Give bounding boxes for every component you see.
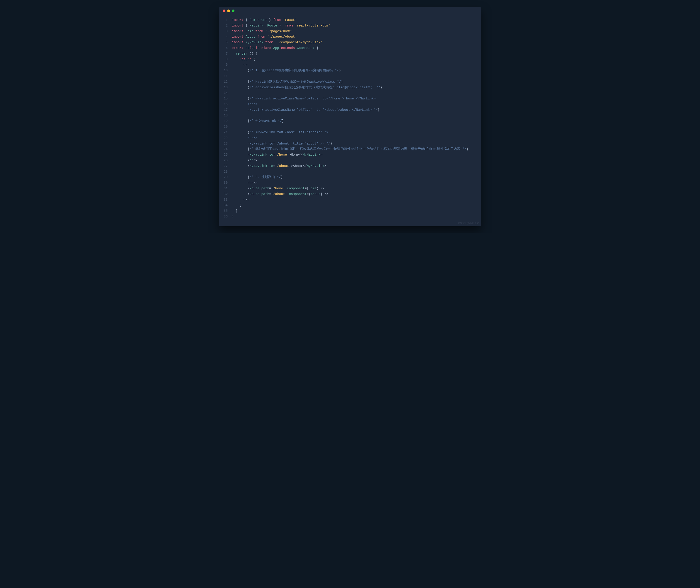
line-content: {/* activeClassName自定义选择项样式（此样式写在public的… bbox=[232, 85, 481, 90]
line-content: return ( bbox=[232, 57, 481, 62]
line-number: 17 bbox=[219, 107, 232, 113]
line-number: 25 bbox=[219, 152, 232, 158]
line-content bbox=[232, 113, 481, 118]
line-content: import Home from './pages/Home' bbox=[232, 29, 481, 34]
line-number: 12 bbox=[219, 79, 232, 85]
code-line: 31 <Route path='/home' component={Home} … bbox=[219, 186, 481, 191]
code-line: 21 {/* <MyNavLink to='/home' title='home… bbox=[219, 130, 481, 135]
code-line: 23 <MyNavLink to='/about' title='about' … bbox=[219, 141, 481, 147]
line-number: 19 bbox=[219, 118, 232, 124]
code-line: 28 bbox=[219, 169, 481, 175]
line-content: } bbox=[232, 208, 481, 214]
line-content bbox=[232, 169, 481, 175]
watermark: CSDN @小开发者 bbox=[458, 222, 480, 225]
line-number: 26 bbox=[219, 158, 232, 163]
line-number: 30 bbox=[219, 180, 232, 186]
code-line: 13 {/* activeClassName自定义选择项样式（此样式写在publ… bbox=[219, 85, 481, 90]
code-area[interactable]: 1import { Component } from 'react'2impor… bbox=[219, 15, 481, 222]
code-line: 12 {/* NavLink默认给选中项添加一个值为active的class *… bbox=[219, 79, 481, 85]
line-number: 31 bbox=[219, 186, 232, 191]
line-content: import { Component } from 'react' bbox=[232, 17, 481, 23]
editor-window: 1import { Component } from 'react'2impor… bbox=[219, 7, 481, 226]
line-content: {/* 封装navLink */} bbox=[232, 118, 481, 124]
line-number: 16 bbox=[219, 101, 232, 107]
line-number: 23 bbox=[219, 141, 232, 147]
line-content: <br/> bbox=[232, 135, 481, 141]
line-content: export default class App extends Compone… bbox=[232, 45, 481, 51]
line-number: 35 bbox=[219, 208, 232, 214]
code-line: 15 {/* <NavLink activeClassName="okTive"… bbox=[219, 96, 481, 101]
code-line: 32 <Route path='/about' component={About… bbox=[219, 191, 481, 197]
line-content: {/* 1. 在react中靠路由实现切换组件--编写路由链接 */} bbox=[232, 68, 481, 73]
code-line: 16 <br/> bbox=[219, 101, 481, 107]
line-number: 14 bbox=[219, 90, 232, 96]
line-number: 18 bbox=[219, 113, 232, 118]
code-line: 17 <NavLink activeClassName="okTive" to=… bbox=[219, 107, 481, 113]
line-number: 34 bbox=[219, 202, 232, 208]
line-number: 10 bbox=[219, 68, 232, 73]
line-content: import MyNavLink from './components/MyNa… bbox=[232, 40, 481, 45]
line-number: 8 bbox=[219, 57, 232, 62]
code-line: 6export default class App extends Compon… bbox=[219, 45, 481, 51]
code-line: 9 <> bbox=[219, 62, 481, 68]
line-content: <Route path='/home' component={Home} /> bbox=[232, 186, 481, 191]
code-line: 34 ) bbox=[219, 202, 481, 208]
line-number: 33 bbox=[219, 197, 232, 203]
line-number: 3 bbox=[219, 29, 232, 34]
line-content: {/* NavLink默认给选中项添加一个值为active的class */} bbox=[232, 79, 481, 85]
code-line: 26 <br/> bbox=[219, 158, 481, 163]
line-number: 24 bbox=[219, 146, 232, 152]
line-number: 6 bbox=[219, 45, 232, 51]
line-number: 21 bbox=[219, 130, 232, 135]
window-titlebar bbox=[219, 7, 481, 15]
line-content: {/* 2. 注册路由 */} bbox=[232, 174, 481, 180]
minimize-icon[interactable] bbox=[227, 10, 230, 12]
line-number: 13 bbox=[219, 85, 232, 90]
code-line: 24 {/* 此处借用了NavLink的属性，标签体内容会作为一个特殊的属性ch… bbox=[219, 146, 481, 152]
line-content: {/* 此处借用了NavLink的属性，标签体内容会作为一个特殊的属性child… bbox=[232, 146, 481, 152]
line-content: <Route path='/about' component={About} /… bbox=[232, 191, 481, 197]
line-content: } bbox=[232, 214, 481, 219]
line-number: 22 bbox=[219, 135, 232, 141]
code-line: 19 {/* 封装navLink */} bbox=[219, 118, 481, 124]
line-content: import About from './pages/About' bbox=[232, 34, 481, 40]
code-line: 22 <br/> bbox=[219, 135, 481, 141]
code-line: 14 bbox=[219, 90, 481, 96]
line-content: import { NavLink, Route } from 'react-ro… bbox=[232, 23, 481, 29]
line-number: 32 bbox=[219, 191, 232, 197]
line-content bbox=[232, 124, 481, 130]
line-number: 36 bbox=[219, 214, 232, 219]
line-number: 5 bbox=[219, 40, 232, 45]
line-number: 9 bbox=[219, 62, 232, 68]
line-number: 20 bbox=[219, 124, 232, 130]
code-line: 18 bbox=[219, 113, 481, 118]
line-number: 4 bbox=[219, 34, 232, 40]
line-content bbox=[232, 90, 481, 96]
line-number: 1 bbox=[219, 17, 232, 23]
code-line: 10 {/* 1. 在react中靠路由实现切换组件--编写路由链接 */} bbox=[219, 68, 481, 73]
line-number: 28 bbox=[219, 169, 232, 175]
code-line: 36} bbox=[219, 214, 481, 219]
line-content: <MyNavLink to='/about' title='about' /> … bbox=[232, 141, 481, 147]
code-line: 33 </> bbox=[219, 197, 481, 203]
line-content: {/* <MyNavLink to='/home' title='home' /… bbox=[232, 130, 481, 135]
code-line: 35 } bbox=[219, 208, 481, 214]
line-content: <MyNavLink to='/home'>Home</MyNavLink> bbox=[232, 152, 481, 158]
line-content: <MyNavLink to='/about'>About</MyNavLink> bbox=[232, 163, 481, 169]
code-line: 2import { NavLink, Route } from 'react-r… bbox=[219, 23, 481, 29]
line-content: <br/> bbox=[232, 158, 481, 163]
line-number: 27 bbox=[219, 163, 232, 169]
line-content: {/* <NavLink activeClassName="okTive" to… bbox=[232, 96, 481, 101]
maximize-icon[interactable] bbox=[232, 10, 234, 12]
code-line: 29 {/* 2. 注册路由 */} bbox=[219, 174, 481, 180]
line-number: 7 bbox=[219, 51, 232, 57]
code-line: 20 bbox=[219, 124, 481, 130]
line-content: <> bbox=[232, 62, 481, 68]
close-icon[interactable] bbox=[223, 10, 225, 12]
line-number: 29 bbox=[219, 174, 232, 180]
line-content: <br/> bbox=[232, 101, 481, 107]
line-content: <NavLink activeClassName="okTive" to='/a… bbox=[232, 107, 481, 113]
line-number: 15 bbox=[219, 96, 232, 101]
code-line: 5import MyNavLink from './components/MyN… bbox=[219, 40, 481, 45]
line-number: 2 bbox=[219, 23, 232, 29]
